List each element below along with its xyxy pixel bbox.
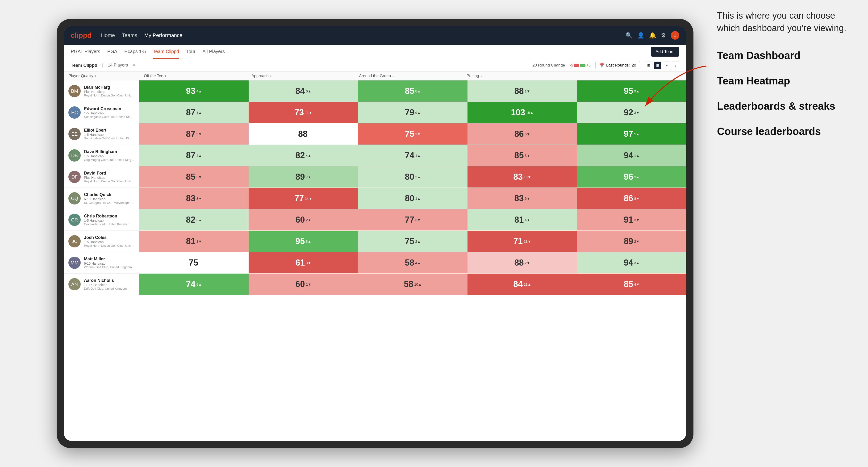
score-cell[interactable]: 748▲ (139, 274, 249, 295)
change-minus: -5 (569, 63, 573, 67)
score-cell[interactable]: 7111▼ (467, 231, 577, 252)
score-cell[interactable]: 753▼ (358, 123, 467, 145)
score-cell[interactable]: 741▲ (358, 145, 467, 166)
score-cell[interactable]: 814▲ (467, 209, 577, 230)
nav-my-performance[interactable]: My Performance (144, 31, 182, 39)
score-cell[interactable]: 858▲ (358, 81, 467, 102)
score-cell[interactable]: 868▼ (577, 188, 686, 209)
score-cell[interactable]: 10315▲ (467, 102, 577, 123)
tab-pgat-players[interactable]: PGAT Players (71, 45, 100, 59)
main-content: Player Quality ↓ Off the Tee ↓ Approach … (64, 72, 686, 441)
score-cell[interactable]: 934▲ (139, 81, 249, 102)
option-leaderboards[interactable]: Leaderboards & streaks (717, 99, 854, 113)
col-player-quality[interactable]: Player Quality ↓ (68, 73, 144, 78)
col-putting[interactable]: Putting ↓ (467, 73, 574, 78)
col-around-green[interactable]: Around the Green ↓ (359, 73, 467, 78)
score-cell[interactable]: 913▼ (577, 209, 686, 230)
last-rounds-value: 20 (632, 63, 636, 68)
table-row: MMMatt Miller6-10 HandicapWoburn Golf Cl… (64, 252, 686, 274)
score-cell[interactable]: 833▼ (139, 188, 249, 209)
score-cell[interactable]: 584▲ (358, 252, 467, 273)
score-cell[interactable]: 853▼ (467, 145, 577, 166)
score-cell[interactable]: 613▼ (249, 252, 358, 273)
tab-pga[interactable]: PGA (107, 45, 117, 59)
table-row: CRChris Robertson1-5 HandicapCraigmillar… (64, 209, 686, 231)
score-cell[interactable]: 8421▲ (467, 274, 577, 295)
bell-icon[interactable]: 🔔 (649, 32, 656, 39)
score-cell[interactable]: 813▼ (139, 231, 249, 252)
score-cell[interactable]: 602▲ (249, 209, 358, 230)
list-view-button[interactable]: ≡ (663, 62, 670, 69)
player-info[interactable]: ECEdward Crossman1-5 HandicapSunningdale… (64, 103, 139, 121)
player-info[interactable]: ANAaron Nicholls11-15 HandicapDrift Golf… (64, 275, 139, 293)
score-cell[interactable]: 882▼ (467, 252, 577, 273)
score-cell[interactable]: 963▲ (577, 166, 686, 187)
col-off-tee[interactable]: Off the Tee ↓ (144, 73, 251, 78)
score-cell[interactable]: 601▼ (249, 274, 358, 295)
avatar[interactable]: U (671, 31, 679, 40)
settings-icon[interactable]: ⚙ (661, 32, 666, 39)
score-cell[interactable]: 824▲ (249, 145, 358, 166)
score-cell[interactable]: 873▼ (139, 123, 249, 145)
score-cell[interactable]: 975▲ (577, 123, 686, 145)
score-cell[interactable]: 8310▼ (467, 166, 577, 187)
player-info[interactable]: CRChris Robertson1-5 HandicapCraigmillar… (64, 211, 139, 229)
score-cell[interactable]: 803▲ (358, 166, 467, 187)
score-cell[interactable]: 75 (139, 252, 249, 273)
score-cell[interactable]: 854▼ (577, 274, 686, 295)
score-cell[interactable]: 943▲ (577, 252, 686, 273)
tab-hcaps[interactable]: Hcaps 1-5 (124, 45, 146, 59)
sort-button[interactable]: ↕ (672, 62, 679, 69)
tab-tour[interactable]: Tour (186, 45, 195, 59)
nav-teams[interactable]: Teams (122, 31, 137, 39)
score-cell[interactable]: 853▼ (139, 166, 249, 187)
table-row: BMBlair McHargPlus HandicapRoyal North D… (64, 81, 686, 102)
player-info[interactable]: CQCharlie Quick6-10 HandicapSt. George's… (64, 189, 139, 207)
score-cell[interactable]: 923▼ (577, 102, 686, 123)
player-info[interactable]: DFDavid FordPlus HandicapRoyal North Dev… (64, 168, 139, 186)
edit-icon[interactable]: ✏ (132, 63, 135, 67)
player-info[interactable]: MMMatt Miller6-10 HandicapWoburn Golf Cl… (64, 254, 139, 272)
score-cell[interactable]: 752▲ (358, 231, 467, 252)
score-cell[interactable]: 773▼ (358, 209, 467, 230)
tab-team-clippd[interactable]: Team Clippd (153, 45, 179, 59)
player-info[interactable]: JCJosh Coles1-5 HandicapRoyal North Devo… (64, 232, 139, 250)
score-cell[interactable]: 959▲ (577, 81, 686, 102)
score-cell[interactable]: 871▲ (139, 102, 249, 123)
score-cell[interactable]: 823▲ (139, 209, 249, 230)
nav-home[interactable]: Home (101, 31, 115, 39)
option-team-dashboard[interactable]: Team Dashboard (717, 49, 854, 62)
score-cell[interactable]: 846▲ (249, 81, 358, 102)
last-rounds-button[interactable]: 📅 Last Rounds: 20 (595, 61, 640, 69)
score-cell[interactable]: 941▲ (577, 145, 686, 166)
score-cell[interactable]: 836▼ (467, 188, 577, 209)
score-cell[interactable]: 958▲ (249, 231, 358, 252)
profile-icon[interactable]: 👤 (637, 32, 644, 39)
player-info[interactable]: BMBlair McHargPlus HandicapRoyal North D… (64, 82, 139, 100)
player-info[interactable]: DBDave Billingham1-5 HandicapGog Magog G… (64, 147, 139, 164)
option-course-leaderboards[interactable]: Course leaderboards (717, 125, 854, 138)
score-cell[interactable]: 892▼ (577, 231, 686, 252)
score-cell[interactable]: 7311▼ (249, 102, 358, 123)
avatar: CQ (68, 192, 81, 205)
score-cell[interactable]: 881▼ (467, 81, 577, 102)
option-team-heatmap[interactable]: Team Heatmap (717, 74, 854, 88)
grid-view-button[interactable]: ⊞ (645, 62, 652, 69)
table-row: CQCharlie Quick6-10 HandicapSt. George's… (64, 188, 686, 209)
heatmap-view-button[interactable]: ▦ (654, 62, 661, 69)
player-info[interactable]: EEElliot Ebert1-5 HandicapSunningdale Go… (64, 125, 139, 143)
search-icon[interactable]: 🔍 (625, 32, 632, 39)
player-name: Dave Billingham (84, 149, 134, 154)
score-cell[interactable]: 7714▼ (249, 188, 358, 209)
player-name: Aaron Nicholls (84, 278, 134, 283)
score-cell[interactable]: 799▲ (358, 102, 467, 123)
col-approach[interactable]: Approach ↓ (251, 73, 359, 78)
add-team-button[interactable]: Add Team (651, 47, 679, 57)
score-cell[interactable]: 874▲ (139, 145, 249, 166)
score-cell[interactable]: 88 (249, 123, 358, 145)
score-cell[interactable]: 801▲ (358, 188, 467, 209)
score-cell[interactable]: 897▲ (249, 166, 358, 187)
score-cell[interactable]: 866▼ (467, 123, 577, 145)
score-cell[interactable]: 5810▲ (358, 274, 467, 295)
tab-all-players[interactable]: All Players (203, 45, 224, 59)
